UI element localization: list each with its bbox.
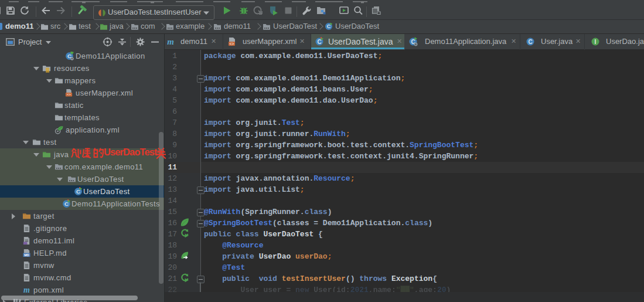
- svg-text:I: I: [595, 39, 597, 45]
- svg-text:m: m: [167, 37, 174, 46]
- svg-text:<>: <>: [230, 42, 234, 46]
- svg-text:C: C: [528, 39, 532, 45]
